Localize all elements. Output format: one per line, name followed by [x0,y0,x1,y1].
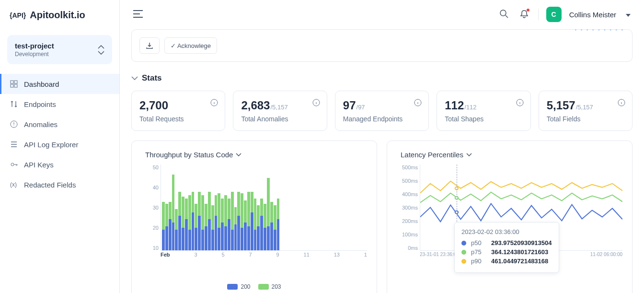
bar [247,192,250,250]
main: C Collins Meister - - - - - - - - - ✓ Ac… [120,0,644,293]
nav-dashboard[interactable]: Dashboard [0,74,119,94]
chart-title-btn[interactable]: Latency Percentiles [397,151,622,159]
stat-managed-endpoints: 97/97 Managed Endpoints [335,91,429,131]
info-icon[interactable] [516,99,524,108]
notifications-button[interactable] [518,8,530,22]
svg-rect-3 [14,84,17,87]
sidebar: {API} Apitoolkit.io test-project Develop… [0,0,120,293]
acknowledge-button[interactable]: ✓ Acknowlege [164,37,217,54]
x-axis: Feb 3 5 7 9 11 13 1 [161,252,367,258]
bar [208,192,211,250]
bar [218,193,220,250]
chart-title-btn[interactable]: Throughput by Status Code [141,151,367,159]
bar [182,197,184,250]
svg-rect-2 [11,84,13,87]
nav-label: API Keys [24,161,54,169]
nav-label: API Log Explorer [24,141,78,149]
info-icon[interactable] [312,99,320,108]
menu-toggle-button[interactable] [131,8,145,21]
stats-header[interactable]: Stats [131,73,632,83]
bar [241,193,243,250]
bar [267,178,270,250]
stat-value: 2,683 [241,99,270,112]
content: - - - - - - - - - ✓ Acknowlege Stats 2,7… [120,29,644,293]
stats-title: Stats [142,73,162,83]
info-icon[interactable] [414,99,422,108]
stat-value: 112 [445,99,464,112]
bar [185,199,188,250]
nav-anomalies[interactable]: Anomalies [0,114,119,134]
bar [195,204,197,250]
bar [198,192,201,250]
dashboard-icon [10,80,18,88]
project-selector[interactable]: test-project Development [7,35,112,64]
charts-row: Throughput by Status Code 50 40 30 20 10 [131,141,632,293]
chevron-down-icon [236,153,242,156]
chart-title: Throughput by Status Code [145,151,233,159]
download-button[interactable] [139,37,160,54]
bar [277,199,280,250]
project-env: Development [15,51,54,58]
acknowledge-panel: - - - - - - - - - ✓ Acknowlege [131,29,632,62]
bar [211,205,214,250]
dashes-decoration: - - - - - - - - - [575,29,624,32]
chevron-down-icon [131,76,138,80]
bar [244,200,247,250]
stat-label: Total Requests [139,115,217,123]
bar [172,175,175,250]
stat-total-requests: 2,700 Total Requests [131,91,225,131]
user-menu-button[interactable] [624,9,632,20]
brand-name: Apitoolkit.io [30,10,85,21]
endpoints-icon [10,100,18,108]
project-chevrons[interactable] [98,45,104,55]
y-axis: 500ms 500ms 400ms 300ms 200ms 100ms 0ms [397,164,418,251]
logo: {API} Apitoolkit.io [0,10,119,30]
key-icon [10,160,18,169]
redacted-icon: (x) [10,180,18,189]
bar [205,204,207,250]
latency-chart: Latency Percentiles 500ms 500ms 400ms 30… [387,141,632,293]
bar [234,207,237,250]
tooltip-time: 2023-02-02 03:36:00 [461,228,552,235]
chevron-down-icon [466,153,472,156]
bar [237,192,240,250]
chevron-up-icon [98,45,104,49]
username: Collins Meister [569,11,616,19]
stat-value: 5,157 [547,99,575,112]
nav: Dashboard Endpoints Anomalies API Log Ex… [0,74,119,195]
nav-log-explorer[interactable]: API Log Explorer [0,134,119,154]
y-axis: 50 40 30 20 10 [141,164,159,251]
bar [254,199,257,250]
nav-api-keys[interactable]: API Keys [0,154,119,175]
stat-sub: /5,157 [270,104,288,111]
svg-rect-1 [14,81,17,83]
nav-label: Dashboard [24,80,59,88]
caret-down-icon [626,14,631,17]
stat-label: Total Fields [547,115,624,123]
info-icon[interactable] [210,99,218,108]
bar [178,192,181,250]
nav-redacted[interactable]: (x) Redacted Fields [0,175,119,195]
nav-label: Endpoints [24,100,56,108]
search-button[interactable] [498,8,510,22]
bar [162,202,165,250]
stat-total-fields: 5,157/5,157 Total Fields [539,91,632,131]
info-icon[interactable] [618,99,625,108]
bar [270,202,273,250]
nav-endpoints[interactable]: Endpoints [0,94,119,114]
anomalies-icon [10,120,18,129]
bar [215,195,218,250]
stat-sub: /5,157 [576,104,593,111]
chart-title: Latency Percentiles [401,151,463,159]
avatar[interactable]: C [546,7,562,22]
stat-label: Total Anomalies [241,115,319,123]
bar [169,202,172,250]
bar [228,199,230,250]
stat-value: 2,700 [139,99,168,112]
stat-total-shapes: 112/112 Total Shapes [437,91,530,131]
bar [188,195,191,250]
logo-icon: {API} [10,12,26,19]
log-icon [10,140,18,149]
plot [161,164,367,251]
topbar: C Collins Meister [120,0,644,29]
